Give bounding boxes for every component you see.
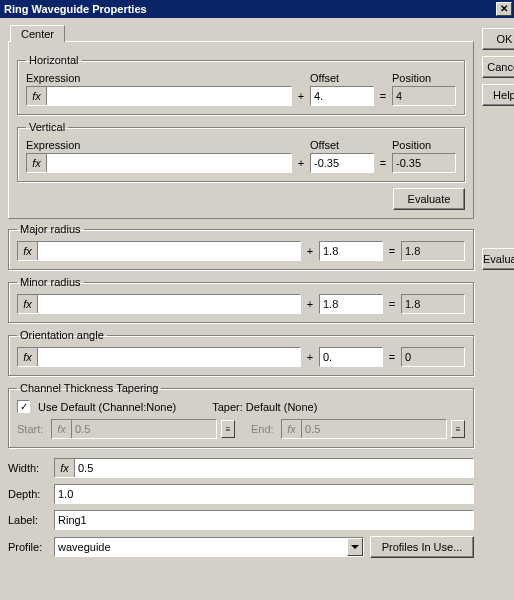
use-default-checkbox[interactable]: ✓ [17, 400, 30, 413]
minor-expression-input[interactable] [38, 295, 300, 313]
group-minor-radius: Minor radius fx + = [8, 276, 474, 323]
major-expression-field[interactable]: fx [17, 241, 301, 261]
group-horizontal-legend: Horizontal [26, 54, 82, 66]
group-major-radius: Major radius fx + = [8, 223, 474, 270]
h-expression-field[interactable]: fx [26, 86, 292, 106]
label-expression-v: Expression [26, 139, 292, 151]
right-button-column: OK Cancel Help Evaluate [482, 24, 514, 558]
fx-icon: fx [18, 242, 38, 260]
profiles-in-use-button[interactable]: Profiles In Use... [370, 536, 474, 558]
tab-panel-center: Horizontal Expression Offset Position fx… [8, 41, 474, 219]
major-result-field [401, 241, 465, 261]
plus-icon: + [296, 157, 306, 169]
label-position-v: Position [392, 139, 456, 151]
use-default-label: Use Default (Channel:None) [38, 401, 176, 413]
evaluate-side-button[interactable]: Evaluate [482, 248, 514, 270]
legend-minor-radius: Minor radius [17, 276, 84, 288]
profile-value[interactable] [55, 538, 347, 556]
client-area: Center Horizontal Expression Offset Posi… [0, 18, 514, 566]
width-field[interactable]: fx [54, 458, 474, 478]
h-offset-field[interactable] [310, 86, 374, 106]
h-position-field [392, 86, 456, 106]
depth-field[interactable] [54, 484, 474, 504]
ok-button[interactable]: OK [482, 28, 514, 50]
window-title: Ring Waveguide Properties [4, 3, 496, 15]
minor-result-field [401, 294, 465, 314]
v-expression-field[interactable]: fx [26, 153, 292, 173]
end-input [302, 420, 446, 438]
label-offset: Offset [310, 72, 374, 84]
v-position-field [392, 153, 456, 173]
h-expression-input[interactable] [47, 87, 291, 105]
fx-icon: fx [282, 420, 302, 438]
end-stepper: ≡ [451, 420, 465, 438]
chevron-down-icon [351, 545, 359, 549]
equals-icon: = [387, 298, 397, 310]
dropdown-button[interactable] [347, 538, 363, 556]
v-expression-input[interactable] [47, 154, 291, 172]
check-icon: ✓ [20, 402, 28, 412]
start-field: fx [51, 419, 217, 439]
fx-icon: fx [52, 420, 72, 438]
tab-strip: Center [8, 24, 474, 42]
start-stepper: ≡ [221, 420, 235, 438]
start-input [72, 420, 216, 438]
title-bar: Ring Waveguide Properties ✕ [0, 0, 514, 18]
label-field[interactable] [54, 510, 474, 530]
start-label: Start: [17, 423, 47, 435]
label-input[interactable] [55, 511, 473, 529]
orient-expression-input[interactable] [38, 348, 300, 366]
group-tapering: Channel Thickness Tapering ✓ Use Default… [8, 382, 474, 448]
plus-icon: + [305, 351, 315, 363]
equals-icon: = [387, 351, 397, 363]
updown-icon: ≡ [456, 425, 461, 434]
tab-center[interactable]: Center [10, 25, 65, 42]
group-orientation: Orientation angle fx + = [8, 329, 474, 376]
fx-icon: fx [55, 459, 75, 477]
group-vertical: Vertical Expression Offset Position fx + [17, 121, 465, 182]
label-expression: Expression [26, 72, 292, 84]
legend-major-radius: Major radius [17, 223, 84, 235]
evaluate-center-button[interactable]: Evaluate [393, 188, 465, 210]
major-expression-input[interactable] [38, 242, 300, 260]
bottom-grid: Width: fx Depth: Label: Profile: Profile… [8, 458, 474, 558]
label-position: Position [392, 72, 456, 84]
plus-icon: + [296, 90, 306, 102]
v-offset-field[interactable] [310, 153, 374, 173]
orient-result-field [401, 347, 465, 367]
profile-select[interactable] [54, 537, 364, 557]
equals-icon: = [387, 245, 397, 257]
end-field: fx [281, 419, 447, 439]
orient-offset-field[interactable] [319, 347, 383, 367]
width-input[interactable] [75, 459, 473, 477]
fx-icon: fx [27, 154, 47, 172]
equals-icon: = [378, 90, 388, 102]
close-button[interactable]: ✕ [496, 2, 512, 16]
orient-expression-field[interactable]: fx [17, 347, 301, 367]
width-label: Width: [8, 462, 54, 474]
fx-icon: fx [18, 295, 38, 313]
major-offset-field[interactable] [319, 241, 383, 261]
end-label: End: [251, 423, 277, 435]
equals-icon: = [378, 157, 388, 169]
minor-offset-field[interactable] [319, 294, 383, 314]
fx-icon: fx [18, 348, 38, 366]
updown-icon: ≡ [226, 425, 231, 434]
cancel-button[interactable]: Cancel [482, 56, 514, 78]
profile-label: Profile: [8, 541, 54, 553]
fx-icon: fx [27, 87, 47, 105]
legend-orientation: Orientation angle [17, 329, 107, 341]
depth-input[interactable] [55, 485, 473, 503]
label-label: Label: [8, 514, 54, 526]
taper-label: Taper: Default (None) [212, 401, 317, 413]
plus-icon: + [305, 245, 315, 257]
group-horizontal: Horizontal Expression Offset Position fx… [17, 54, 465, 115]
depth-label: Depth: [8, 488, 54, 500]
minor-expression-field[interactable]: fx [17, 294, 301, 314]
plus-icon: + [305, 298, 315, 310]
label-offset-v: Offset [310, 139, 374, 151]
help-button[interactable]: Help [482, 84, 514, 106]
legend-tapering: Channel Thickness Tapering [17, 382, 161, 394]
group-vertical-legend: Vertical [26, 121, 68, 133]
